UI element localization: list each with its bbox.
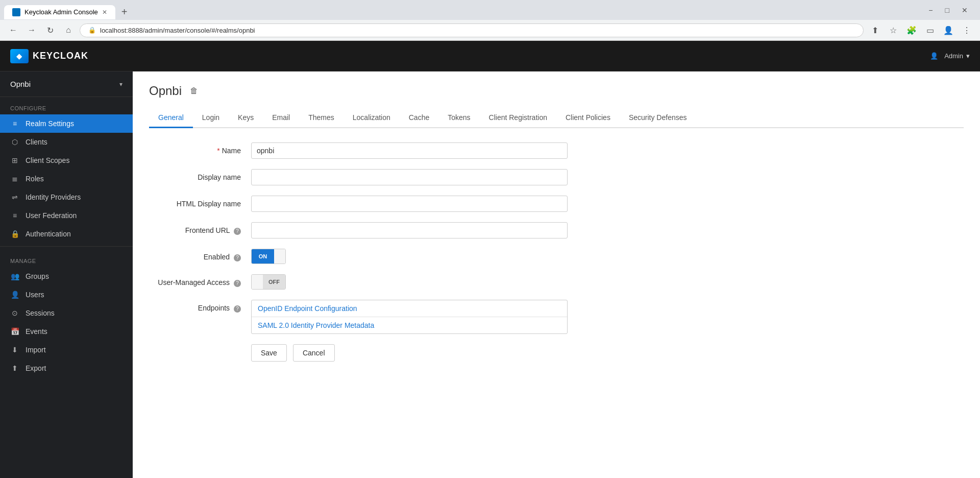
tab-email[interactable]: Email	[263, 108, 299, 128]
tab-general[interactable]: General	[149, 108, 193, 128]
toggle-on-label: ON	[252, 249, 274, 264]
page-title: Opnbi	[149, 84, 182, 98]
enabled-help-icon[interactable]: ?	[234, 254, 241, 261]
endpoints-row: Endpoints ? OpenID Endpoint Configuratio…	[149, 300, 588, 334]
sidebar-item-authentication[interactable]: 🔒 Authentication	[0, 225, 133, 243]
sidebar-item-realm-settings[interactable]: ≡ Realm Settings	[0, 114, 133, 133]
tab-client-registration[interactable]: Client Registration	[480, 108, 556, 128]
user-managed-help-icon[interactable]: ?	[234, 280, 241, 287]
tab-security-defenses[interactable]: Security Defenses	[620, 108, 696, 128]
tab-tokens[interactable]: Tokens	[438, 108, 479, 128]
extensions-button[interactable]: 🧩	[904, 23, 919, 37]
sidebar-item-label: Events	[26, 327, 47, 336]
html-display-name-input[interactable]	[251, 196, 568, 212]
sidebar-item-label: Roles	[26, 175, 44, 183]
tab-keys[interactable]: Keys	[229, 108, 263, 128]
header-right: 👤 Admin ▾	[930, 52, 970, 60]
sidebar-item-label: User Federation	[26, 211, 77, 220]
openid-endpoint-link[interactable]: OpenID Endpoint Configuration	[252, 300, 567, 317]
close-tab-button[interactable]: ✕	[102, 9, 107, 16]
user-managed-access-control: OFF	[251, 274, 588, 290]
browser-tab[interactable]: Keycloak Admin Console ✕	[4, 5, 115, 19]
forward-button[interactable]: →	[24, 23, 39, 37]
html-display-name-control	[251, 196, 588, 212]
enabled-label: Enabled ?	[149, 249, 251, 261]
sidebar-item-clients[interactable]: ⬡ Clients	[0, 133, 133, 151]
display-name-control	[251, 169, 588, 185]
tab-themes[interactable]: Themes	[299, 108, 344, 128]
cancel-button[interactable]: Cancel	[293, 344, 335, 362]
display-name-row: Display name	[149, 169, 588, 185]
toggle-off-space	[252, 275, 263, 289]
user-managed-access-label: User-Managed Access ?	[149, 274, 251, 287]
display-name-input[interactable]	[251, 169, 568, 185]
bookmark-button[interactable]: ☆	[886, 23, 900, 37]
logo-text: KEYCLOAK	[33, 51, 88, 61]
window-controls: − □ ✕	[924, 5, 972, 15]
tab-localization[interactable]: Localization	[344, 108, 400, 128]
clients-icon: ⬡	[10, 138, 19, 146]
endpoints-help-icon[interactable]: ?	[234, 305, 241, 313]
logo-diamond: ◆	[16, 52, 22, 60]
admin-chevron-icon: ▾	[966, 52, 970, 60]
sidebar-item-export[interactable]: ⬆ Export	[0, 359, 133, 377]
delete-realm-button[interactable]: 🗑	[188, 84, 200, 98]
tab-login[interactable]: Login	[193, 108, 229, 128]
sidebar-divider	[0, 246, 133, 247]
sidebar-item-label: Sessions	[26, 309, 55, 317]
sidebar-item-groups[interactable]: 👥 Groups	[0, 267, 133, 285]
sidebar-item-client-scopes[interactable]: ⊞ Client Scopes	[0, 151, 133, 170]
saml-endpoint-link[interactable]: SAML 2.0 Identity Provider Metadata	[252, 317, 567, 333]
sidebar-item-label: Import	[26, 346, 46, 354]
sidebar-item-label: Clients	[26, 138, 47, 146]
refresh-button[interactable]: ↻	[43, 23, 57, 37]
configure-section-label: Configure	[0, 97, 133, 114]
sidebar-item-import[interactable]: ⬇ Import	[0, 341, 133, 359]
sidebar-toggle-button[interactable]: ▭	[923, 23, 937, 37]
manage-section-label: Manage	[0, 250, 133, 267]
tab-favicon	[12, 8, 20, 16]
lock-icon: 🔒	[88, 27, 96, 34]
general-form: *Name Display name HTML Display name	[149, 142, 588, 362]
name-input[interactable]	[251, 142, 568, 159]
html-display-name-row: HTML Display name	[149, 196, 588, 212]
share-button[interactable]: ⬆	[868, 23, 882, 37]
sidebar-item-user-federation[interactable]: ≡ User Federation	[0, 206, 133, 225]
sidebar-item-events[interactable]: 📅 Events	[0, 322, 133, 341]
frontend-url-label: Frontend URL ?	[149, 222, 251, 235]
tabs-bar: General Login Keys Email Themes Localiza…	[149, 108, 964, 128]
new-tab-button[interactable]: +	[117, 4, 132, 20]
maximize-button[interactable]: □	[941, 5, 953, 15]
user-managed-access-row: User-Managed Access ? OFF	[149, 274, 588, 290]
back-button[interactable]: ←	[6, 23, 20, 37]
client-scopes-icon: ⊞	[10, 156, 19, 164]
profile-button[interactable]: 👤	[941, 23, 955, 37]
menu-button[interactable]: ⋮	[960, 23, 974, 37]
minimize-button[interactable]: −	[924, 5, 937, 15]
user-managed-toggle[interactable]: OFF	[251, 274, 286, 290]
sidebar-item-label: Export	[26, 364, 46, 372]
home-button[interactable]: ⌂	[61, 23, 76, 37]
close-window-button[interactable]: ✕	[958, 5, 972, 15]
sidebar-item-roles[interactable]: ≣ Roles	[0, 170, 133, 188]
name-required: *	[217, 147, 219, 155]
enabled-toggle[interactable]: ON	[251, 249, 286, 264]
roles-icon: ≣	[10, 175, 19, 183]
sidebar-item-sessions[interactable]: ⊙ Sessions	[0, 304, 133, 322]
tab-client-policies[interactable]: Client Policies	[556, 108, 620, 128]
tab-cache[interactable]: Cache	[400, 108, 438, 128]
sidebar-item-label: Realm Settings	[26, 119, 74, 128]
events-icon: 📅	[10, 327, 19, 336]
export-icon: ⬆	[10, 364, 19, 372]
frontend-url-input[interactable]	[251, 222, 568, 238]
sidebar-item-users[interactable]: 👤 Users	[0, 285, 133, 304]
realm-name: Opnbi	[10, 80, 31, 88]
save-button[interactable]: Save	[251, 344, 287, 362]
endpoints-control: OpenID Endpoint Configuration SAML 2.0 I…	[251, 300, 588, 334]
realm-selector[interactable]: Opnbi ▾	[0, 71, 133, 97]
admin-menu[interactable]: Admin ▾	[944, 52, 970, 60]
address-bar[interactable]: 🔒 localhost:8888/admin/master/console/#/…	[80, 23, 864, 37]
frontend-url-help-icon[interactable]: ?	[234, 228, 241, 235]
admin-user-icon: 👤	[930, 52, 938, 60]
sidebar-item-identity-providers[interactable]: ⇌ Identity Providers	[0, 188, 133, 206]
